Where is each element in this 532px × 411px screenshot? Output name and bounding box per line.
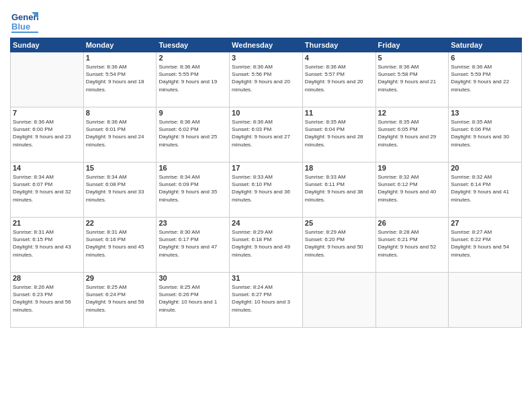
cell-details: Sunrise: 8:26 AMSunset: 6:23 PMDaylight:… (13, 283, 81, 314)
calendar-cell: 1Sunrise: 8:36 AMSunset: 5:54 PMDaylight… (83, 52, 157, 107)
cell-details: Sunrise: 8:34 AMSunset: 6:08 PMDaylight:… (86, 173, 154, 203)
calendar-cell: 20Sunrise: 8:32 AMSunset: 6:14 PMDayligh… (449, 163, 522, 218)
cell-details: Sunrise: 8:29 AMSunset: 6:20 PMDaylight:… (305, 228, 373, 259)
calendar-cell: 4Sunrise: 8:36 AMSunset: 5:57 PMDaylight… (302, 52, 375, 107)
day-number: 3 (232, 54, 300, 62)
cell-details: Sunrise: 8:33 AMSunset: 6:10 PMDaylight:… (232, 173, 300, 203)
day-number: 9 (159, 109, 227, 117)
calendar-cell: 13Sunrise: 8:35 AMSunset: 6:06 PMDayligh… (449, 107, 522, 163)
cell-details: Sunrise: 8:32 AMSunset: 6:14 PMDaylight:… (451, 173, 519, 203)
cell-details: Sunrise: 8:25 AMSunset: 6:26 PMDaylight:… (159, 283, 227, 314)
day-number: 30 (159, 274, 227, 282)
day-number: 21 (13, 219, 81, 227)
day-number: 22 (86, 219, 154, 227)
calendar-week-row: 28Sunrise: 8:26 AMSunset: 6:23 PMDayligh… (11, 273, 522, 328)
day-number: 27 (451, 219, 519, 227)
day-number: 13 (451, 109, 519, 117)
calendar-cell: 10Sunrise: 8:36 AMSunset: 6:03 PMDayligh… (230, 107, 303, 163)
calendar-cell: 16Sunrise: 8:34 AMSunset: 6:09 PMDayligh… (157, 163, 230, 218)
calendar-cell: 31Sunrise: 8:24 AMSunset: 6:27 PMDayligh… (230, 273, 303, 328)
cell-details: Sunrise: 8:24 AMSunset: 6:27 PMDaylight:… (232, 283, 300, 314)
weekday-header: Friday (375, 38, 449, 52)
calendar-cell: 15Sunrise: 8:34 AMSunset: 6:08 PMDayligh… (83, 163, 157, 218)
calendar-cell: 23Sunrise: 8:30 AMSunset: 6:17 PMDayligh… (157, 218, 230, 273)
calendar-cell: 27Sunrise: 8:27 AMSunset: 6:22 PMDayligh… (449, 218, 522, 273)
cell-details: Sunrise: 8:31 AMSunset: 6:16 PMDaylight:… (86, 228, 154, 259)
calendar-table: SundayMondayTuesdayWednesdayThursdayFrid… (10, 38, 522, 328)
day-number: 5 (378, 54, 447, 62)
cell-details: Sunrise: 8:36 AMSunset: 6:01 PMDaylight:… (86, 118, 154, 148)
calendar-cell: 9Sunrise: 8:36 AMSunset: 6:02 PMDaylight… (157, 107, 230, 163)
day-number: 25 (305, 219, 373, 227)
day-number: 20 (451, 164, 519, 172)
day-number: 2 (159, 54, 227, 62)
calendar-cell: 30Sunrise: 8:25 AMSunset: 6:26 PMDayligh… (157, 273, 230, 328)
day-number: 1 (86, 54, 154, 62)
weekday-header: Thursday (302, 38, 375, 52)
calendar-body: 1Sunrise: 8:36 AMSunset: 5:54 PMDaylight… (11, 52, 522, 328)
calendar-cell: 8Sunrise: 8:36 AMSunset: 6:01 PMDaylight… (83, 107, 157, 163)
cell-details: Sunrise: 8:36 AMSunset: 5:59 PMDaylight:… (451, 63, 519, 93)
calendar-cell: 22Sunrise: 8:31 AMSunset: 6:16 PMDayligh… (83, 218, 157, 273)
calendar-cell: 7Sunrise: 8:36 AMSunset: 6:00 PMDaylight… (11, 107, 84, 163)
logo: General Blue (10, 7, 38, 32)
day-number: 31 (232, 274, 300, 282)
calendar-cell: 2Sunrise: 8:36 AMSunset: 5:55 PMDaylight… (157, 52, 230, 107)
cell-details: Sunrise: 8:36 AMSunset: 6:03 PMDaylight:… (232, 118, 300, 148)
day-number: 17 (232, 164, 300, 172)
cell-details: Sunrise: 8:36 AMSunset: 5:58 PMDaylight:… (378, 63, 447, 93)
calendar-cell: 5Sunrise: 8:36 AMSunset: 5:58 PMDaylight… (375, 52, 449, 107)
day-number: 10 (232, 109, 300, 117)
calendar-cell: 3Sunrise: 8:36 AMSunset: 5:56 PMDaylight… (230, 52, 303, 107)
calendar-cell: 29Sunrise: 8:25 AMSunset: 6:24 PMDayligh… (83, 273, 157, 328)
calendar-cell: 25Sunrise: 8:29 AMSunset: 6:20 PMDayligh… (302, 218, 375, 273)
calendar-cell: 6Sunrise: 8:36 AMSunset: 5:59 PMDaylight… (449, 52, 522, 107)
calendar-cell: 28Sunrise: 8:26 AMSunset: 6:23 PMDayligh… (11, 273, 84, 328)
calendar-cell: 18Sunrise: 8:33 AMSunset: 6:11 PMDayligh… (302, 163, 375, 218)
calendar-cell (449, 273, 522, 328)
calendar-cell: 17Sunrise: 8:33 AMSunset: 6:10 PMDayligh… (230, 163, 303, 218)
calendar-week-row: 1Sunrise: 8:36 AMSunset: 5:54 PMDaylight… (11, 52, 522, 107)
day-number: 11 (305, 109, 373, 117)
cell-details: Sunrise: 8:25 AMSunset: 6:24 PMDaylight:… (86, 283, 154, 314)
calendar-header-row: SundayMondayTuesdayWednesdayThursdayFrid… (11, 38, 522, 52)
cell-details: Sunrise: 8:36 AMSunset: 5:56 PMDaylight:… (232, 63, 300, 93)
cell-details: Sunrise: 8:32 AMSunset: 6:12 PMDaylight:… (378, 173, 447, 203)
calendar-cell: 26Sunrise: 8:28 AMSunset: 6:21 PMDayligh… (375, 218, 449, 273)
cell-details: Sunrise: 8:35 AMSunset: 6:04 PMDaylight:… (305, 118, 373, 148)
cell-details: Sunrise: 8:35 AMSunset: 6:05 PMDaylight:… (378, 118, 447, 148)
svg-text:Blue: Blue (11, 21, 30, 32)
cell-details: Sunrise: 8:31 AMSunset: 6:15 PMDaylight:… (13, 228, 81, 259)
day-number: 8 (86, 109, 154, 117)
calendar-week-row: 7Sunrise: 8:36 AMSunset: 6:00 PMDaylight… (11, 107, 522, 163)
weekday-header: Sunday (11, 38, 84, 52)
day-number: 4 (305, 54, 373, 62)
calendar-week-row: 21Sunrise: 8:31 AMSunset: 6:15 PMDayligh… (11, 218, 522, 273)
day-number: 19 (378, 164, 447, 172)
weekday-header: Tuesday (157, 38, 230, 52)
day-number: 14 (13, 164, 81, 172)
calendar-cell: 12Sunrise: 8:35 AMSunset: 6:05 PMDayligh… (375, 107, 449, 163)
day-number: 24 (232, 219, 300, 227)
day-number: 16 (159, 164, 227, 172)
cell-details: Sunrise: 8:34 AMSunset: 6:09 PMDaylight:… (159, 173, 227, 203)
weekday-header: Monday (83, 38, 157, 52)
calendar-cell: 14Sunrise: 8:34 AMSunset: 6:07 PMDayligh… (11, 163, 84, 218)
calendar-cell: 24Sunrise: 8:29 AMSunset: 6:18 PMDayligh… (230, 218, 303, 273)
day-number: 28 (13, 274, 81, 282)
day-number: 26 (378, 219, 447, 227)
day-number: 18 (305, 164, 373, 172)
logo-icon: General Blue (10, 7, 36, 32)
cell-details: Sunrise: 8:36 AMSunset: 6:02 PMDaylight:… (159, 118, 227, 148)
cell-details: Sunrise: 8:36 AMSunset: 5:55 PMDaylight:… (159, 63, 227, 93)
day-number: 6 (451, 54, 519, 62)
weekday-header: Wednesday (230, 38, 303, 52)
cell-details: Sunrise: 8:30 AMSunset: 6:17 PMDaylight:… (159, 228, 227, 259)
weekday-header: Saturday (449, 38, 522, 52)
cell-details: Sunrise: 8:36 AMSunset: 5:57 PMDaylight:… (305, 63, 373, 93)
cell-details: Sunrise: 8:28 AMSunset: 6:21 PMDaylight:… (378, 228, 447, 259)
cell-details: Sunrise: 8:33 AMSunset: 6:11 PMDaylight:… (305, 173, 373, 203)
day-number: 15 (86, 164, 154, 172)
day-number: 7 (13, 109, 81, 117)
cell-details: Sunrise: 8:36 AMSunset: 6:00 PMDaylight:… (13, 118, 81, 148)
